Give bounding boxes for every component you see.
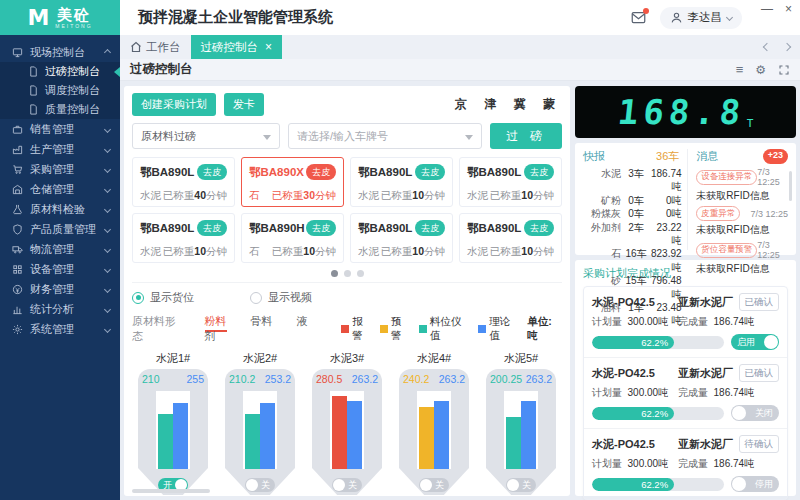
chevron-down-icon bbox=[104, 325, 111, 332]
notification-dot bbox=[643, 8, 649, 14]
mail-icon[interactable] bbox=[631, 10, 646, 25]
vehicle-card[interactable]: 鄂BA890L 去皮 水泥 已称重10分钟 bbox=[132, 213, 235, 263]
user-menu[interactable]: 李达昌 bbox=[660, 7, 743, 29]
sidebar-item-5[interactable]: 原材料检验 bbox=[0, 199, 120, 219]
tab-bar: 工作台 过磅控制台 × bbox=[120, 35, 800, 59]
plate-number: 鄂BA890L bbox=[140, 221, 194, 236]
silo-switch-toggle[interactable]: 关 bbox=[245, 478, 275, 492]
tab-scroll-right-icon[interactable] bbox=[783, 43, 791, 51]
fullscreen-icon[interactable] bbox=[778, 64, 790, 76]
plate-number-input[interactable]: 请选择/输入车牌号 bbox=[288, 123, 482, 149]
sidebar-item-9[interactable]: 财务管理 bbox=[0, 279, 120, 299]
settings-gear-icon[interactable]: ⚙ bbox=[755, 63, 766, 77]
scale-unit: T bbox=[747, 117, 754, 130]
doc-icon bbox=[28, 66, 39, 77]
plan-enable-toggle[interactable]: 启用 bbox=[731, 334, 779, 350]
app-window: M 美砼 MEITONG 预拌混凝土企业智能管理系统 李达昌 — × bbox=[0, 0, 800, 500]
silo-switch-toggle[interactable]: 关 bbox=[506, 478, 536, 492]
report-tons: 23.22吨 bbox=[651, 221, 682, 248]
tab-close-icon[interactable]: × bbox=[265, 41, 272, 53]
message-item[interactable]: 货位容量预警 7/3 12:25 未获取RFID信息 bbox=[696, 240, 788, 276]
issue-card-button[interactable]: 发卡 bbox=[224, 93, 264, 116]
sidebar-subitem-1[interactable]: 调度控制台 bbox=[0, 81, 120, 100]
plan-enable-toggle[interactable]: 停用 bbox=[731, 476, 779, 492]
measured-value: 210.2 bbox=[229, 373, 255, 385]
tare-badge: 去皮 bbox=[197, 220, 227, 236]
purchase-plan-card: 水泥-PO42.5 亚新水泥厂 待确认 计划量 300.00吨 完成量 186.… bbox=[584, 429, 787, 499]
material-name: 水泥 bbox=[140, 245, 161, 259]
tab-weighbridge-active[interactable]: 过磅控制台 × bbox=[191, 35, 283, 59]
plan-progress-bar: 62.2% bbox=[592, 407, 724, 420]
theory-level-bar bbox=[173, 403, 188, 469]
message-time: 7/3 12:25 bbox=[750, 209, 788, 219]
tare-badge: 去皮 bbox=[524, 220, 554, 236]
sidebar-subitem-0[interactable]: 过磅控制台 bbox=[0, 62, 120, 81]
material-tab-骨料[interactable]: 骨料 bbox=[251, 315, 273, 330]
chevron-down-icon bbox=[104, 225, 111, 232]
show-cargo-radio[interactable]: 显示货位 bbox=[132, 290, 194, 305]
vertical-scrollbar[interactable] bbox=[789, 171, 792, 201]
show-video-radio[interactable]: 显示视频 bbox=[250, 290, 312, 305]
report-material: 石 bbox=[583, 247, 621, 274]
sidebar-subitem-2[interactable]: 质量控制台 bbox=[0, 100, 120, 119]
quick-report-title: 快报 bbox=[583, 149, 605, 164]
pagination-dot[interactable] bbox=[357, 270, 364, 277]
vehicle-card[interactable]: 鄂BA890X 去皮 石 已称重30分钟 bbox=[241, 157, 344, 207]
plan-status-button[interactable]: 已确认 bbox=[739, 293, 780, 311]
collapse-icon[interactable]: ≡ bbox=[736, 62, 744, 77]
material-filter-select[interactable]: 原材料过磅 bbox=[132, 123, 280, 149]
measured-value: 200.25 bbox=[490, 373, 522, 385]
vehicle-card[interactable]: 鄂BA890L 去皮 水泥 已称重10分钟 bbox=[459, 157, 562, 207]
chevron-down-icon bbox=[104, 205, 111, 212]
messages-list: 设备连接异常 7/3 12:25 未获取RFID信息 皮重异常 7/3 12:2… bbox=[696, 167, 788, 276]
plan-status-button[interactable]: 待确认 bbox=[739, 435, 780, 453]
chevron-down-icon bbox=[104, 145, 111, 152]
report-trucks: 2车 bbox=[621, 221, 651, 248]
tab-scroll-left-icon[interactable] bbox=[763, 43, 771, 51]
theory-value: 263.2 bbox=[352, 373, 378, 385]
material-name: 石 bbox=[249, 189, 260, 203]
sidebar-item-1[interactable]: 销售管理 bbox=[0, 119, 120, 139]
weigh-button[interactable]: 过 磅 bbox=[490, 123, 562, 149]
sidebar-item-10[interactable]: 统计分析 bbox=[0, 299, 120, 319]
message-item[interactable]: 设备连接异常 7/3 12:25 未获取RFID信息 bbox=[696, 167, 788, 203]
plan-quantity: 计划量 300.00吨 bbox=[592, 457, 678, 471]
sidebar-item-7[interactable]: 物流管理 bbox=[0, 239, 120, 259]
plan-completed: 完成量 186.74吨 bbox=[678, 457, 754, 471]
close-button[interactable]: × bbox=[785, 3, 792, 15]
plan-progress-bar: 62.2% bbox=[592, 478, 724, 491]
theory-level-bar bbox=[260, 403, 275, 469]
measured-level-bar bbox=[245, 414, 260, 469]
messages-count-badge: +23 bbox=[763, 149, 788, 164]
briefcase-icon bbox=[12, 124, 23, 135]
vehicle-card[interactable]: 鄂BA890L 去皮 水泥 已称重10分钟 bbox=[350, 213, 453, 263]
pagination-dot[interactable] bbox=[344, 270, 351, 277]
sidebar-item-3[interactable]: 采购管理 bbox=[0, 159, 120, 179]
pagination-dot[interactable] bbox=[331, 270, 338, 277]
plan-enable-toggle[interactable]: 关闭 bbox=[731, 405, 779, 421]
vehicle-card[interactable]: 鄂BA890H 去皮 石 已称重10分钟 bbox=[241, 213, 344, 263]
gear-icon bbox=[12, 324, 23, 335]
silo-bars bbox=[243, 391, 277, 469]
doc-icon bbox=[28, 85, 39, 96]
sidebar-item-0[interactable]: 现场控制台 bbox=[0, 42, 120, 62]
silo-bars bbox=[417, 391, 451, 469]
silo-switch-toggle[interactable]: 关 bbox=[332, 478, 362, 492]
silo-水泥3#: 水泥3# 280.5 263.2 关 最大300吨 bbox=[306, 351, 388, 500]
theory-value: 263.2 bbox=[439, 373, 465, 385]
plan-status-button[interactable]: 已确认 bbox=[739, 364, 780, 382]
sidebar-item-8[interactable]: 设备管理 bbox=[0, 259, 120, 279]
vehicle-card[interactable]: 鄂BA890L 去皮 水泥 已称重40分钟 bbox=[132, 157, 235, 207]
sidebar-item-11[interactable]: 系统管理 bbox=[0, 319, 120, 339]
minimize-button[interactable]: — bbox=[761, 3, 773, 15]
tab-workbench[interactable]: 工作台 bbox=[120, 35, 191, 59]
vehicle-card[interactable]: 鄂BA890L 去皮 水泥 已称重10分钟 bbox=[459, 213, 562, 263]
silo-switch-toggle[interactable]: 关 bbox=[419, 478, 449, 492]
sidebar-item-6[interactable]: 产品质量管理 bbox=[0, 219, 120, 239]
sidebar-item-2[interactable]: 生产管理 bbox=[0, 139, 120, 159]
create-purchase-plan-button[interactable]: 创建采购计划 bbox=[132, 93, 216, 116]
sidebar-item-4[interactable]: 仓储管理 bbox=[0, 179, 120, 199]
horizontal-scrollbar[interactable] bbox=[132, 489, 210, 493]
message-item[interactable]: 皮重异常 7/3 12:25 未获取RFID信息 bbox=[696, 206, 788, 237]
vehicle-card[interactable]: 鄂BA890L 去皮 水泥 已称重10分钟 bbox=[350, 157, 453, 207]
